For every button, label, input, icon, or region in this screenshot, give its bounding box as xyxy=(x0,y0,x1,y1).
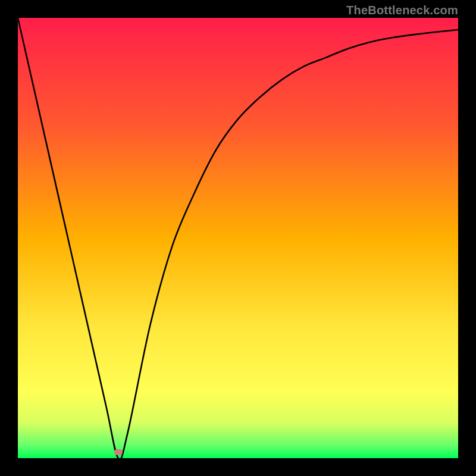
bottleneck-curve xyxy=(18,18,458,458)
chart-frame: TheBottleneck.com xyxy=(0,0,476,476)
watermark-text: TheBottleneck.com xyxy=(346,4,458,17)
curve-svg xyxy=(18,18,458,458)
plot-area xyxy=(18,18,458,458)
min-marker xyxy=(114,449,123,455)
